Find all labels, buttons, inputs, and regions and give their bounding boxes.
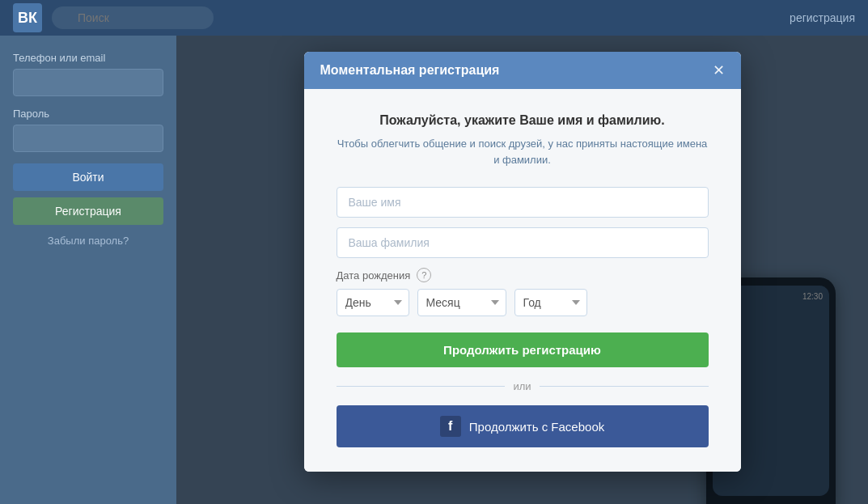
password-label: Пароль: [13, 108, 163, 120]
or-line-right: [540, 386, 709, 387]
facebook-icon: f: [440, 416, 461, 437]
login-button[interactable]: Войти: [13, 163, 163, 191]
modal-title: Моментальная регистрация: [320, 63, 500, 78]
forgot-password-link[interactable]: Забыли пароль?: [13, 235, 163, 247]
month-select[interactable]: Месяц: [417, 289, 506, 316]
modal-close-button[interactable]: ✕: [713, 63, 725, 78]
phone-label: Телефон или email: [13, 52, 163, 64]
last-name-input[interactable]: [337, 227, 709, 258]
date-selects: День Месяц Год: [337, 289, 709, 316]
register-side-button[interactable]: Регистрация: [13, 197, 163, 225]
modal-overlay: Моментальная регистрация ✕ Пожалуйста, у…: [176, 36, 868, 504]
register-nav-link[interactable]: регистрация: [790, 11, 855, 24]
main-content: Телефон или email Пароль Войти Регистрац…: [0, 36, 868, 504]
vk-logo: ВК: [13, 3, 42, 32]
facebook-button-label: Продолжить с Facebook: [469, 420, 604, 434]
phone-email-input[interactable]: [13, 69, 163, 96]
first-name-input[interactable]: [337, 187, 709, 218]
day-select[interactable]: День: [337, 289, 409, 316]
modal-heading: Пожалуйста, укажите Ваше имя и фамилию.: [337, 113, 709, 128]
registration-modal: Моментальная регистрация ✕ Пожалуйста, у…: [304, 52, 741, 472]
modal-body: Пожалуйста, укажите Ваше имя и фамилию. …: [304, 89, 741, 472]
continue-button[interactable]: Продолжить регистрацию: [337, 332, 709, 367]
dob-help-icon[interactable]: ?: [417, 268, 431, 282]
password-input[interactable]: [13, 125, 163, 152]
year-select[interactable]: Год: [514, 289, 587, 316]
or-line-left: [337, 386, 506, 387]
dob-label-row: Дата рождения ?: [337, 268, 709, 282]
dob-label: Дата рождения: [337, 269, 411, 282]
topbar: ВК 🔍 регистрация: [0, 0, 868, 36]
topbar-left: ВК 🔍: [13, 3, 214, 32]
modal-subtext: Чтобы облегчить общение и поиск друзей, …: [337, 136, 709, 167]
or-text: или: [513, 380, 531, 392]
search-wrapper: 🔍: [52, 6, 214, 29]
facebook-button[interactable]: f Продолжить с Facebook: [337, 405, 709, 447]
or-divider: или: [337, 380, 709, 392]
sidebar: Телефон или email Пароль Войти Регистрац…: [0, 36, 176, 504]
right-area: 12:30 Моментальная регистрация ✕ Пожалуй…: [176, 36, 868, 504]
modal-header: Моментальная регистрация ✕: [304, 52, 741, 89]
search-input[interactable]: [52, 6, 214, 29]
